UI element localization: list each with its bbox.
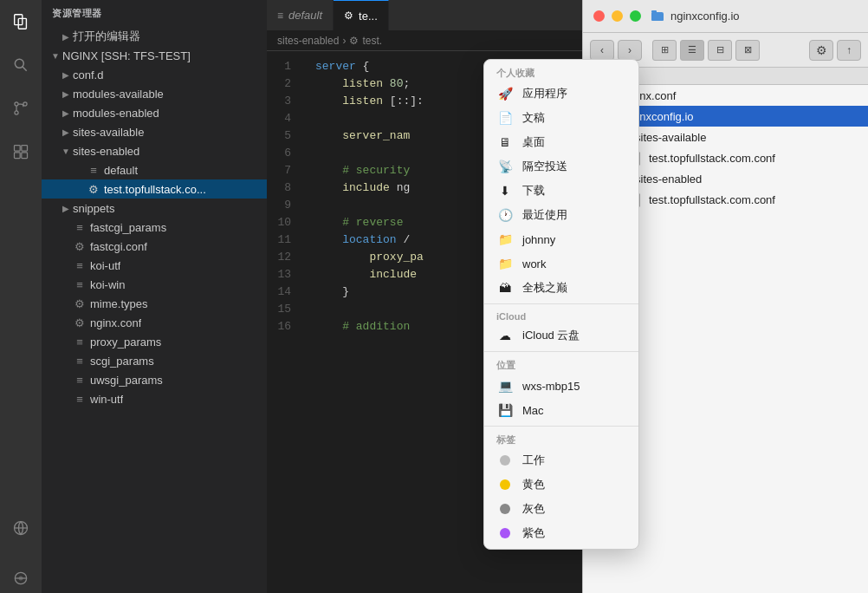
menu-item-fullstack[interactable]: 🏔 全栈之巅 (484, 276, 638, 300)
menu-section-title-location: 位置 (484, 355, 638, 374)
line-number: 7 (267, 162, 301, 179)
sidebar-item-scgi-params[interactable]: ≡ scgi_params (42, 351, 267, 370)
downloads-icon: ⬇ (496, 182, 514, 199)
maximize-button[interactable] (630, 10, 641, 22)
svg-rect-9 (15, 153, 21, 159)
minimize-button[interactable] (612, 10, 623, 22)
sidebar-item-fastcgi-conf[interactable]: ⚙ fastcgi.conf (42, 237, 267, 256)
arrow-icon: ▶ (59, 70, 73, 80)
search-icon[interactable] (6, 50, 36, 80)
sidebar-item-win-utf[interactable]: ≡ win-utf (42, 389, 267, 408)
arrow-icon: ▶ (59, 204, 73, 213)
svg-point-6 (15, 111, 18, 114)
folder-icon: 📁 (496, 255, 514, 272)
source-control-icon[interactable] (6, 94, 36, 123)
tag-purple-icon (496, 525, 514, 542)
item-name: test.topfullstack.com.conf (649, 193, 861, 206)
file-icon: ≡ (73, 259, 87, 272)
sidebar-item-test-conf[interactable]: ⚙ test.topfullstack.co... (42, 179, 267, 199)
open-editors-label: 打开的编辑器 (73, 29, 140, 44)
menu-item-tag-work[interactable]: 工作 (484, 448, 638, 472)
sidebar-item-mime-types[interactable]: ⚙ mime.types (42, 294, 267, 313)
list-view-button[interactable]: ☰ (680, 40, 704, 61)
close-button[interactable] (593, 10, 605, 22)
menu-section-title-icloud: iCloud (484, 308, 638, 323)
menu-item-label: 最近使用 (522, 207, 567, 223)
item-label: modules-enabled (73, 107, 159, 120)
tab-test-conf[interactable]: ⚙ te... (334, 0, 389, 30)
file-icon: ≡ (73, 355, 87, 368)
sidebar-item-modules-enabled[interactable]: ▶ modules-enabled (42, 103, 267, 122)
finder-share-button[interactable]: ↑ (837, 40, 861, 61)
menu-item-icloud-drive[interactable]: ☁ iCloud 云盘 (484, 323, 638, 348)
back-button[interactable]: ‹ (590, 40, 614, 61)
item-label: mime.types (90, 297, 147, 310)
item-label: fastcgi.conf (90, 240, 147, 253)
icloud-icon: ☁ (496, 327, 514, 344)
menu-item-apps[interactable]: 🚀 应用程序 (484, 81, 638, 106)
tab-default[interactable]: ≡ default (267, 0, 334, 30)
line-number: 5 (267, 127, 301, 145)
gallery-view-button[interactable]: ⊠ (735, 40, 760, 61)
menu-item-johnny[interactable]: 📁 johnny (484, 227, 638, 251)
menu-item-docs[interactable]: 📄 文稿 (484, 106, 638, 130)
breadcrumb-part-1: sites-enabled (277, 35, 339, 47)
arrow-icon: ▶ (59, 89, 73, 99)
sidebar-item-modules-available[interactable]: ▶ modules-available (42, 84, 267, 103)
menu-item-label: 文稿 (522, 110, 545, 126)
item-name: nginxconfig.io (625, 110, 861, 123)
menu-item-desktop[interactable]: 🖥 桌面 (484, 130, 638, 154)
finder-action-button[interactable]: ⚙ (809, 40, 833, 61)
menu-item-work[interactable]: 📁 work (484, 251, 638, 276)
column-view-button[interactable]: ⊟ (708, 40, 732, 61)
forward-button[interactable]: › (618, 40, 642, 61)
sidebar-item-fastcgi-params[interactable]: ≡ fastcgi_params (42, 218, 267, 237)
menu-item-tag-yellow[interactable]: 黄色 (484, 472, 638, 497)
menu-item-label: 全栈之巅 (522, 280, 567, 296)
tag-work-icon (496, 452, 514, 469)
menu-item-wxs-mbp15[interactable]: 💻 wxs-mbp15 (484, 374, 638, 398)
menu-item-label: 应用程序 (522, 86, 567, 101)
sidebar-item-koi-utf[interactable]: ≡ koi-utf (42, 256, 267, 275)
tab-label: default (288, 9, 322, 22)
debug-icon[interactable] (6, 564, 36, 593)
menu-item-tag-purple[interactable]: 紫色 (484, 521, 638, 545)
sidebar-item-snippets[interactable]: ▶ snippets (42, 199, 267, 218)
sidebar-item-sites-enabled[interactable]: ▼ sites-enabled (42, 141, 267, 160)
explorer-panel: 资源管理器 ▶ 打开的编辑器 ▼ NGINX [SSH: TFS-TEST] ▶… (42, 0, 267, 593)
menu-item-label: work (522, 257, 546, 270)
menu-item-label: 工作 (522, 453, 545, 468)
menu-item-airdrop[interactable]: 📡 隔空投送 (484, 154, 638, 179)
menu-item-tag-gray[interactable]: 灰色 (484, 497, 638, 521)
item-name: sites-available (635, 131, 861, 144)
sidebar-item-proxy-params[interactable]: ≡ proxy_params (42, 332, 267, 351)
sidebar-item-confd[interactable]: ▶ conf.d (42, 65, 267, 84)
menu-item-label: 桌面 (522, 134, 545, 150)
menu-item-recent[interactable]: 🕐 最近使用 (484, 203, 638, 227)
item-label: conf.d (73, 68, 103, 81)
files-icon[interactable] (6, 7, 36, 36)
menu-item-downloads[interactable]: ⬇ 下载 (484, 179, 638, 203)
arrow-icon: ▼ (59, 147, 73, 156)
sidebar-item-uwsgi-params[interactable]: ≡ uwsgi_params (42, 370, 267, 389)
sidebar-item-nginx-conf[interactable]: ⚙ nginx.conf (42, 313, 267, 332)
sidebar-item-nginx-root[interactable]: ▼ NGINX [SSH: TFS-TEST] (42, 46, 267, 65)
sidebar-item-sites-available[interactable]: ▶ sites-available (42, 122, 267, 141)
sidebar-item-default[interactable]: ≡ default (42, 160, 267, 179)
remote-icon[interactable] (6, 513, 36, 543)
arrow-icon: ▶ (59, 32, 73, 42)
item-label: sites-enabled (73, 145, 139, 158)
menu-item-mac[interactable]: 💾 Mac (484, 398, 638, 422)
explorer-title: 资源管理器 (42, 0, 267, 27)
tab-gear-icon: ⚙ (344, 10, 353, 22)
sidebar-item-koi-win[interactable]: ≡ koi-win (42, 275, 267, 294)
extensions-icon[interactable] (6, 137, 36, 166)
item-label: sites-available (73, 126, 144, 139)
icon-view-button[interactable]: ⊞ (652, 40, 677, 61)
folder-icon: 📁 (496, 231, 514, 248)
file-icon: ≡ (73, 374, 87, 387)
sidebar-item-open-editors[interactable]: ▶ 打开的编辑器 (42, 27, 267, 46)
svg-rect-8 (22, 146, 28, 152)
menu-item-label: 下载 (522, 183, 545, 199)
item-label: scgi_params (90, 355, 154, 368)
